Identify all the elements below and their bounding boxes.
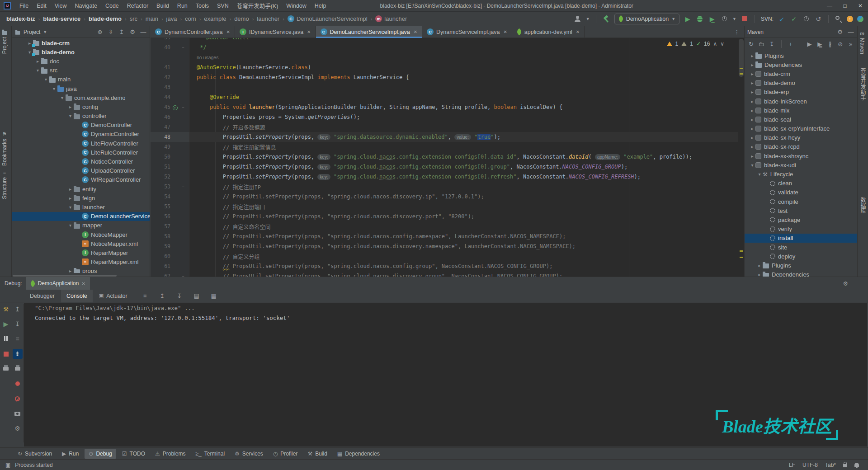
up-stack-icon[interactable]: ↥	[13, 304, 23, 314]
chevron-down-icon[interactable]: ▼	[586, 17, 590, 21]
menu-window[interactable]: Window	[282, 0, 310, 12]
encoding-indicator[interactable]: UTF-8	[802, 462, 818, 468]
fold-marker-icon[interactable]: −	[179, 45, 187, 50]
project-tree-item[interactable]: ▸props	[12, 267, 150, 273]
menu-build[interactable]: Build	[152, 0, 173, 12]
project-tree-item[interactable]: ▾main	[12, 75, 150, 84]
gutter[interactable]: 53−	[151, 182, 189, 192]
tree-chevron-icon[interactable]: ▾	[749, 163, 755, 168]
resume-program-icon[interactable]: ▶	[1, 319, 11, 329]
fold-marker-icon[interactable]: −	[179, 184, 187, 189]
gutter[interactable]: 47	[151, 122, 189, 132]
print-icon[interactable]	[1, 364, 11, 374]
tree-chevron-icon[interactable]: ▸	[749, 117, 755, 122]
editor-tab[interactable]: CDemoLauncherServiceImpl.java✕	[316, 26, 423, 38]
tree-chevron-icon[interactable]: ▸	[749, 62, 755, 67]
maven-tree-item[interactable]: package	[745, 215, 857, 224]
gear-icon[interactable]: ⚙	[129, 28, 136, 35]
stop-button[interactable]	[741, 15, 749, 23]
print-console-icon[interactable]	[13, 364, 23, 374]
maven-tree-item[interactable]: verify	[745, 225, 857, 234]
code-line[interactable]: 61 // PropsUtil.setProperty(props, "spri…	[151, 261, 738, 271]
project-tree-item[interactable]: ▾blade-demo	[12, 47, 150, 56]
collapse-all-icon[interactable]: ↥	[118, 28, 125, 35]
maven-tree-item[interactable]: test	[745, 206, 857, 215]
maven-tree-item[interactable]: ▸Dependencies	[745, 270, 857, 277]
plugin-update-icon[interactable]: ↑	[847, 16, 853, 22]
layout-settings-icon[interactable]: ▤	[192, 292, 202, 299]
gutter[interactable]: 59	[151, 241, 189, 251]
hide-panel-icon[interactable]: —	[140, 28, 147, 35]
override-marker-icon[interactable]: ↑	[170, 104, 179, 110]
debug-tab-debugger[interactable]: Debugger	[24, 290, 60, 302]
debug-session-tab[interactable]: DemoApplication ✕	[26, 277, 90, 290]
menu-help[interactable]: Help	[311, 0, 330, 12]
svn-history-icon[interactable]	[802, 15, 810, 23]
menu-k[interactable]: 苍穹开发助手(K)	[233, 0, 283, 12]
editor-scrollbar[interactable]	[738, 38, 744, 277]
gutter[interactable]: 48	[151, 132, 189, 142]
tool-window-button-build[interactable]: ⚒Build	[303, 449, 331, 459]
download-sources-icon[interactable]: ↧	[769, 41, 775, 47]
menu-navigate[interactable]: Navigate	[71, 0, 101, 12]
project-tree-item[interactable]: CDemoLauncherServiceImpl	[12, 212, 150, 221]
maven-tree-item[interactable]: site	[745, 243, 857, 252]
soft-wrap-icon[interactable]: ≡	[13, 334, 23, 344]
editor-tab[interactable]: CDynamicServiceImpl.java✕	[422, 26, 512, 38]
breadcrumb-item[interactable]: main	[146, 15, 158, 22]
maven-tree-item[interactable]: compile	[745, 197, 857, 206]
notifications-bell-icon[interactable]	[854, 463, 859, 467]
code-line[interactable]: 41@AutoService(LauncherService.class)	[151, 62, 738, 72]
tool-window-button-terminal[interactable]: ≥_Terminal	[191, 449, 229, 459]
breadcrumb-item[interactable]: blade-service	[43, 15, 80, 22]
scrollbar-thumb[interactable]	[739, 39, 744, 77]
gutter[interactable]: 52	[151, 172, 189, 182]
gear-icon[interactable]: ⚙	[842, 280, 849, 287]
breadcrumb-item[interactable]: java	[166, 15, 177, 22]
reimport-maven-icon[interactable]: ↻	[748, 41, 754, 47]
maven-tree-item[interactable]: ▸Plugins	[745, 261, 857, 270]
gear-icon[interactable]: ⚙	[836, 28, 844, 35]
restore-layout-icon[interactable]: ≡	[140, 292, 150, 299]
tree-chevron-icon[interactable]: ▸	[67, 268, 74, 273]
project-tree-item[interactable]: ▾com.example.demo	[12, 93, 150, 102]
run-with-coverage-button[interactable]: ▶̲	[708, 15, 716, 23]
tree-chevron-icon[interactable]: ▸	[756, 263, 763, 268]
tool-window-tab-plugin-assistant[interactable]: 苍穹开发助手	[859, 68, 867, 100]
project-tree-item[interactable]: ▸config	[12, 102, 150, 111]
maven-tree-item[interactable]: deploy	[745, 252, 857, 261]
project-tree-item[interactable]: CNoticeController	[12, 157, 150, 166]
mute-breakpoints-icon[interactable]	[13, 394, 23, 404]
maven-tree-item[interactable]: ▾blade-sx-udi	[745, 160, 857, 169]
add-maven-project-icon[interactable]: +	[788, 41, 793, 47]
menu-file[interactable]: File	[15, 0, 33, 12]
svn-rollback-icon[interactable]: ↺	[814, 15, 822, 23]
view-breakpoints-icon[interactable]	[13, 379, 23, 389]
down-arrow-icon[interactable]: ↧	[175, 292, 184, 299]
code-line[interactable]: 39 * @author Chill	[151, 38, 738, 42]
menu-edit[interactable]: Edit	[33, 0, 51, 12]
breadcrumb-item[interactable]: blade-demo	[89, 15, 122, 22]
gutter[interactable]: 60	[151, 251, 189, 261]
maven-tree-item[interactable]: ▸blade-crm	[745, 69, 857, 78]
tool-window-button-problems[interactable]: ⚠Problems	[151, 449, 189, 459]
tree-chevron-icon[interactable]: ▸	[34, 59, 41, 64]
gutter[interactable]: 58	[151, 231, 189, 241]
up-arrow-icon[interactable]: ↥	[157, 292, 167, 299]
code-line[interactable]: 43	[151, 82, 738, 92]
gutter[interactable]: 56	[151, 212, 189, 221]
gutter[interactable]: 49	[151, 142, 189, 152]
project-tree-item[interactable]: CDynamicController	[12, 130, 150, 139]
code-line[interactable]: 59 // PropsUtil.setProperty(props, "spri…	[151, 241, 738, 251]
gutter[interactable]: 46	[151, 112, 189, 122]
code-line[interactable]: 44 @Override	[151, 92, 738, 102]
minimize-button[interactable]: —	[822, 0, 837, 11]
code-line[interactable]: 53− // 指定注册IP	[151, 182, 738, 192]
tool-window-quick-access-icon[interactable]: ▣	[5, 462, 10, 468]
close-icon[interactable]: ✕	[81, 281, 85, 286]
tree-chevron-icon[interactable]: ▾	[34, 68, 41, 73]
tree-chevron-icon[interactable]: ▸	[67, 104, 74, 109]
hide-panel-icon[interactable]: —	[854, 280, 862, 287]
tree-chevron-icon[interactable]: ▸	[749, 71, 755, 76]
tree-chevron-icon[interactable]: ▾	[42, 77, 49, 82]
